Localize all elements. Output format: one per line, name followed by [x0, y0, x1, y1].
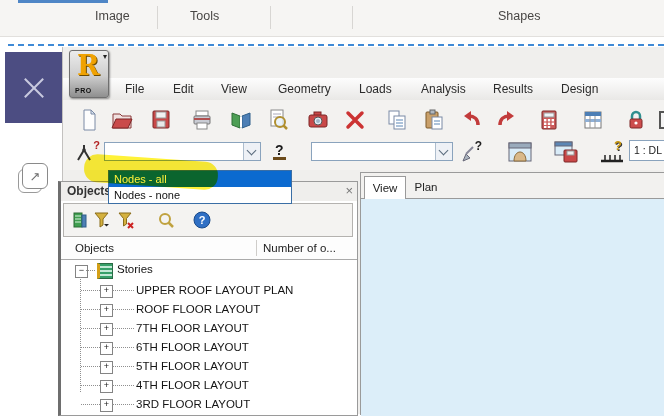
tree-root-stories[interactable]: Stories: [117, 263, 153, 275]
expander-plus[interactable]: +: [100, 361, 113, 374]
save-icon[interactable]: [148, 107, 174, 133]
clipped-toolbar-icon[interactable]: [657, 107, 664, 133]
close-panel-button[interactable]: [5, 52, 62, 123]
help-circle-icon[interactable]: ?: [192, 210, 212, 230]
tree-item[interactable]: 6TH FLOOR LAYOUT: [136, 341, 249, 353]
question-glyph: ?: [93, 139, 100, 151]
question-glyph: ?: [199, 214, 206, 226]
objects-panel-toolbar: ?: [63, 203, 353, 237]
logo-letter: R: [77, 50, 99, 81]
selection-dropdown-list: Nodes - all Nodes - none: [108, 170, 292, 204]
filter-clear-icon[interactable]: [116, 210, 136, 230]
delete-x-icon[interactable]: [342, 107, 368, 133]
tree-connector: [80, 277, 81, 392]
column-divider[interactable]: [256, 240, 257, 256]
print-icon[interactable]: [189, 107, 215, 133]
expander-plus[interactable]: +: [100, 342, 113, 355]
tree-item[interactable]: 7TH FLOOR LAYOUT: [136, 322, 249, 334]
save-view-icon[interactable]: [554, 141, 580, 164]
redo-icon[interactable]: [494, 107, 520, 133]
loads-question-icon[interactable]: ?: [599, 141, 625, 165]
popout-button[interactable]: ↗: [22, 163, 48, 189]
editor-toolbar: Image Tools Shapes: [0, 0, 664, 37]
menu-view[interactable]: View: [221, 82, 247, 96]
paste-icon[interactable]: [421, 107, 447, 133]
load-case-combobox[interactable]: 1 : DL: [629, 140, 664, 161]
logo-sub: PRO: [75, 87, 92, 94]
chevron-down-icon: ▾: [103, 52, 107, 61]
main-toolbar: [63, 100, 664, 141]
active-tab-indicator: [18, 0, 108, 3]
chevron-down-icon: [439, 146, 449, 156]
chevron-down-icon: [247, 146, 257, 156]
combo-dropdown-button[interactable]: [243, 143, 260, 160]
menu-analysis[interactable]: Analysis: [421, 82, 466, 96]
help-question-icon[interactable]: ?: [273, 143, 286, 160]
tab-image[interactable]: Image: [95, 9, 130, 23]
tree-column-header: Objects Number of o...: [61, 238, 357, 260]
tab-view[interactable]: View: [364, 176, 406, 199]
menu-edit[interactable]: Edit: [173, 82, 194, 96]
expander-minus[interactable]: −: [75, 265, 88, 278]
app-logo-button[interactable]: R PRO ▾: [69, 50, 109, 98]
menu-file[interactable]: File: [125, 82, 144, 96]
selection-dashed-border: [8, 44, 664, 46]
model-canvas[interactable]: [361, 198, 664, 416]
menu-design[interactable]: Design: [561, 82, 598, 96]
column-objects[interactable]: Objects: [75, 242, 114, 254]
objects-tree: − Stories + UPPER ROOF LAYOUT PLAN + ROO…: [61, 259, 357, 415]
tree-item[interactable]: 4TH FLOOR LAYOUT: [136, 379, 249, 391]
expander-plus[interactable]: +: [100, 399, 113, 412]
solve-calculator-icon[interactable]: [536, 107, 562, 133]
objects-panel: Objects × ? Objects Number of o...: [58, 181, 358, 416]
objects-list-icon[interactable]: [70, 210, 90, 230]
expander-plus[interactable]: +: [100, 304, 113, 317]
separator: [270, 6, 271, 29]
search-magnifier-icon[interactable]: [156, 210, 176, 230]
panel-title: Objects: [67, 184, 111, 198]
book-view-icon[interactable]: [228, 107, 254, 133]
results-spreadsheet-icon[interactable]: [580, 107, 606, 133]
menu-bar: File Edit View Geometry Loads Analysis R…: [63, 78, 664, 101]
open-view-window-icon[interactable]: [507, 141, 533, 164]
filter-funnel-icon[interactable]: [92, 210, 112, 230]
arrow-up-right-icon: ↗: [30, 169, 41, 184]
tree-item[interactable]: 5TH FLOOR LAYOUT: [136, 360, 249, 372]
view-combobox[interactable]: [311, 142, 453, 161]
tree-item[interactable]: 3RD FLOOR LAYOUT: [136, 398, 250, 410]
screenshot-root: Image Tools Shapes ↗ R PRO ▾ File Edit V…: [0, 0, 664, 418]
tree-item[interactable]: ROOF FLOOR LAYOUT: [136, 303, 260, 315]
camera-snapshot-icon[interactable]: [305, 107, 331, 133]
tab-tools[interactable]: Tools: [190, 9, 219, 23]
tab-plan[interactable]: Plan: [405, 176, 447, 198]
close-icon[interactable]: ×: [345, 183, 353, 199]
dropdown-option-nodes-all[interactable]: Nodes - all: [109, 171, 291, 187]
stories-building-icon: [97, 263, 113, 279]
undo-icon[interactable]: [458, 107, 484, 133]
load-case-value: 1 : DL: [634, 144, 662, 156]
tree-item[interactable]: UPPER ROOF LAYOUT PLAN: [136, 284, 293, 296]
selection-combobox[interactable]: [104, 142, 261, 161]
separator: [352, 6, 353, 29]
expander-plus[interactable]: +: [100, 380, 113, 393]
separator: [157, 6, 158, 29]
dropdown-option-nodes-none[interactable]: Nodes - none: [109, 187, 291, 203]
copy-icon[interactable]: [384, 107, 410, 133]
question-glyph: ?: [614, 138, 622, 153]
column-count[interactable]: Number of o...: [263, 242, 336, 254]
new-file-icon[interactable]: [76, 107, 102, 133]
menu-loads[interactable]: Loads: [359, 82, 392, 96]
tree-connector: [86, 270, 95, 271]
whats-this-pointer-icon[interactable]: ?: [459, 141, 483, 165]
lock-icon[interactable]: [623, 107, 649, 133]
selection-toolbar: ? ? ? ? 1 : DL: [63, 140, 664, 170]
open-folder-icon[interactable]: [109, 107, 135, 133]
print-preview-icon[interactable]: [265, 107, 291, 133]
combo-dropdown-button[interactable]: [435, 143, 452, 160]
expander-plus[interactable]: +: [100, 285, 113, 298]
menu-results[interactable]: Results: [493, 82, 533, 96]
tab-shapes[interactable]: Shapes: [498, 9, 540, 23]
expander-plus[interactable]: +: [100, 323, 113, 336]
menu-geometry[interactable]: Geometry: [278, 82, 331, 96]
node-select-question-icon[interactable]: ?: [74, 142, 98, 164]
